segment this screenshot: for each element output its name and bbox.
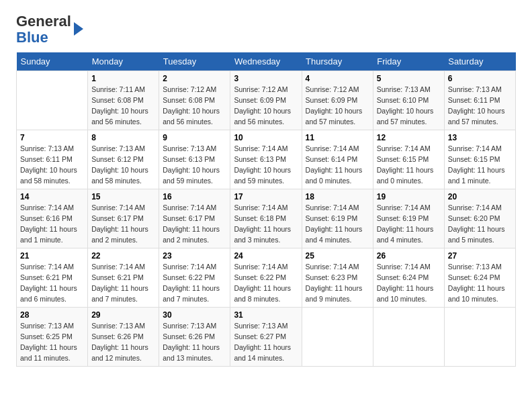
day-number: 20 xyxy=(448,192,512,201)
day-number: 10 xyxy=(234,133,298,142)
calendar-week-row: 21Sunrise: 7:14 AMSunset: 6:21 PMDayligh… xyxy=(17,248,516,308)
day-number: 29 xyxy=(91,310,155,320)
day-info: Sunrise: 7:14 AMSunset: 6:17 PMDaylight:… xyxy=(91,203,155,245)
calendar-week-row: 28Sunrise: 7:13 AMSunset: 6:25 PMDayligh… xyxy=(17,308,516,367)
day-info: Sunrise: 7:14 AMSunset: 6:21 PMDaylight:… xyxy=(20,262,84,304)
day-info: Sunrise: 7:13 AMSunset: 6:27 PMDaylight:… xyxy=(234,321,298,363)
day-number: 28 xyxy=(20,310,84,320)
calendar-day-21: 21Sunrise: 7:14 AMSunset: 6:21 PMDayligh… xyxy=(17,248,88,308)
page-header: General Blue xyxy=(16,13,516,46)
day-info: Sunrise: 7:14 AMSunset: 6:17 PMDaylight:… xyxy=(163,203,226,245)
day-number: 1 xyxy=(91,74,155,83)
calendar-day-8: 8Sunrise: 7:13 AMSunset: 6:12 PMDaylight… xyxy=(88,130,159,189)
weekday-header-row: SundayMondayTuesdayWednesdayThursdayFrid… xyxy=(17,52,516,71)
day-info: Sunrise: 7:13 AMSunset: 6:26 PMDaylight:… xyxy=(91,321,155,363)
day-number: 7 xyxy=(20,133,84,142)
day-info: Sunrise: 7:13 AMSunset: 6:12 PMDaylight:… xyxy=(91,144,155,186)
calendar-day-17: 17Sunrise: 7:14 AMSunset: 6:18 PMDayligh… xyxy=(230,189,302,248)
day-info: Sunrise: 7:13 AMSunset: 6:10 PMDaylight:… xyxy=(377,85,441,127)
calendar-day-29: 29Sunrise: 7:13 AMSunset: 6:26 PMDayligh… xyxy=(88,308,159,367)
day-number: 27 xyxy=(448,251,512,261)
day-number: 12 xyxy=(377,133,441,142)
calendar-day-2: 2Sunrise: 7:12 AMSunset: 6:08 PMDaylight… xyxy=(159,71,230,130)
day-number: 22 xyxy=(91,251,155,261)
day-info: Sunrise: 7:13 AMSunset: 6:11 PMDaylight:… xyxy=(448,85,512,127)
day-info: Sunrise: 7:14 AMSunset: 6:15 PMDaylight:… xyxy=(448,144,512,186)
day-number: 15 xyxy=(91,192,155,201)
day-info: Sunrise: 7:14 AMSunset: 6:19 PMDaylight:… xyxy=(306,203,369,245)
day-info: Sunrise: 7:14 AMSunset: 6:14 PMDaylight:… xyxy=(306,144,369,186)
day-info: Sunrise: 7:12 AMSunset: 6:09 PMDaylight:… xyxy=(234,85,298,127)
calendar-day-3: 3Sunrise: 7:12 AMSunset: 6:09 PMDaylight… xyxy=(230,71,302,130)
day-number: 11 xyxy=(306,133,369,142)
calendar-day-empty xyxy=(444,308,515,367)
calendar-week-row: 1Sunrise: 7:11 AMSunset: 6:08 PMDaylight… xyxy=(17,71,516,130)
day-number: 26 xyxy=(377,251,441,261)
calendar-week-row: 14Sunrise: 7:14 AMSunset: 6:16 PMDayligh… xyxy=(17,189,516,248)
calendar-day-24: 24Sunrise: 7:14 AMSunset: 6:22 PMDayligh… xyxy=(230,248,302,308)
calendar-day-empty xyxy=(373,308,444,367)
logo: General Blue xyxy=(16,13,83,46)
weekday-header-thursday: Thursday xyxy=(302,52,373,71)
calendar-day-13: 13Sunrise: 7:14 AMSunset: 6:15 PMDayligh… xyxy=(444,130,515,189)
calendar-day-18: 18Sunrise: 7:14 AMSunset: 6:19 PMDayligh… xyxy=(302,189,373,248)
day-number: 17 xyxy=(234,192,298,201)
day-info: Sunrise: 7:14 AMSunset: 6:18 PMDaylight:… xyxy=(234,203,298,245)
day-info: Sunrise: 7:12 AMSunset: 6:08 PMDaylight:… xyxy=(163,85,226,127)
day-number: 21 xyxy=(20,251,84,261)
day-info: Sunrise: 7:13 AMSunset: 6:26 PMDaylight:… xyxy=(163,321,226,363)
day-info: Sunrise: 7:14 AMSunset: 6:23 PMDaylight:… xyxy=(306,262,369,304)
calendar-day-11: 11Sunrise: 7:14 AMSunset: 6:14 PMDayligh… xyxy=(302,130,373,189)
day-number: 13 xyxy=(448,133,512,142)
calendar-day-31: 31Sunrise: 7:13 AMSunset: 6:27 PMDayligh… xyxy=(230,308,302,367)
logo-general: General xyxy=(16,13,71,30)
calendar-day-12: 12Sunrise: 7:14 AMSunset: 6:15 PMDayligh… xyxy=(373,130,444,189)
calendar-day-6: 6Sunrise: 7:13 AMSunset: 6:11 PMDaylight… xyxy=(444,71,515,130)
calendar-day-16: 16Sunrise: 7:14 AMSunset: 6:17 PMDayligh… xyxy=(159,189,230,248)
calendar-day-5: 5Sunrise: 7:13 AMSunset: 6:10 PMDaylight… xyxy=(373,71,444,130)
day-info: Sunrise: 7:14 AMSunset: 6:24 PMDaylight:… xyxy=(377,262,441,304)
logo-blue: Blue xyxy=(16,29,48,46)
calendar-day-14: 14Sunrise: 7:14 AMSunset: 6:16 PMDayligh… xyxy=(17,189,88,248)
calendar-day-22: 22Sunrise: 7:14 AMSunset: 6:21 PMDayligh… xyxy=(88,248,159,308)
day-number: 5 xyxy=(377,74,441,83)
day-info: Sunrise: 7:13 AMSunset: 6:13 PMDaylight:… xyxy=(163,144,226,186)
calendar-day-23: 23Sunrise: 7:14 AMSunset: 6:22 PMDayligh… xyxy=(159,248,230,308)
calendar-day-15: 15Sunrise: 7:14 AMSunset: 6:17 PMDayligh… xyxy=(88,189,159,248)
day-info: Sunrise: 7:13 AMSunset: 6:11 PMDaylight:… xyxy=(20,144,84,186)
day-number: 6 xyxy=(448,74,512,83)
weekday-header-tuesday: Tuesday xyxy=(159,52,230,71)
calendar-day-27: 27Sunrise: 7:13 AMSunset: 6:24 PMDayligh… xyxy=(444,248,515,308)
calendar-day-26: 26Sunrise: 7:14 AMSunset: 6:24 PMDayligh… xyxy=(373,248,444,308)
day-number: 8 xyxy=(91,133,155,142)
calendar-day-20: 20Sunrise: 7:14 AMSunset: 6:20 PMDayligh… xyxy=(444,189,515,248)
day-info: Sunrise: 7:14 AMSunset: 6:20 PMDaylight:… xyxy=(448,203,512,245)
day-info: Sunrise: 7:14 AMSunset: 6:22 PMDaylight:… xyxy=(163,262,226,304)
day-info: Sunrise: 7:13 AMSunset: 6:25 PMDaylight:… xyxy=(20,321,84,363)
day-info: Sunrise: 7:14 AMSunset: 6:15 PMDaylight:… xyxy=(377,144,441,186)
day-info: Sunrise: 7:14 AMSunset: 6:21 PMDaylight:… xyxy=(91,262,155,304)
day-number: 18 xyxy=(306,192,369,201)
day-info: Sunrise: 7:14 AMSunset: 6:22 PMDaylight:… xyxy=(234,262,298,304)
day-number: 31 xyxy=(234,310,298,320)
day-info: Sunrise: 7:13 AMSunset: 6:24 PMDaylight:… xyxy=(448,262,512,304)
calendar-day-7: 7Sunrise: 7:13 AMSunset: 6:11 PMDaylight… xyxy=(17,130,88,189)
day-info: Sunrise: 7:14 AMSunset: 6:19 PMDaylight:… xyxy=(377,203,441,245)
weekday-header-saturday: Saturday xyxy=(444,52,515,71)
calendar-day-25: 25Sunrise: 7:14 AMSunset: 6:23 PMDayligh… xyxy=(302,248,373,308)
calendar-day-30: 30Sunrise: 7:13 AMSunset: 6:26 PMDayligh… xyxy=(159,308,230,367)
weekday-header-wednesday: Wednesday xyxy=(230,52,302,71)
day-number: 4 xyxy=(306,74,369,83)
weekday-header-monday: Monday xyxy=(88,52,159,71)
weekday-header-sunday: Sunday xyxy=(17,52,88,71)
calendar-day-19: 19Sunrise: 7:14 AMSunset: 6:19 PMDayligh… xyxy=(373,189,444,248)
day-info: Sunrise: 7:14 AMSunset: 6:16 PMDaylight:… xyxy=(20,203,84,245)
calendar-day-10: 10Sunrise: 7:14 AMSunset: 6:13 PMDayligh… xyxy=(230,130,302,189)
calendar-day-28: 28Sunrise: 7:13 AMSunset: 6:25 PMDayligh… xyxy=(17,308,88,367)
calendar-day-empty xyxy=(302,308,373,367)
day-number: 14 xyxy=(20,192,84,201)
calendar-day-4: 4Sunrise: 7:12 AMSunset: 6:09 PMDaylight… xyxy=(302,71,373,130)
calendar-week-row: 7Sunrise: 7:13 AMSunset: 6:11 PMDaylight… xyxy=(17,130,516,189)
day-number: 16 xyxy=(163,192,226,201)
day-number: 3 xyxy=(234,74,298,83)
